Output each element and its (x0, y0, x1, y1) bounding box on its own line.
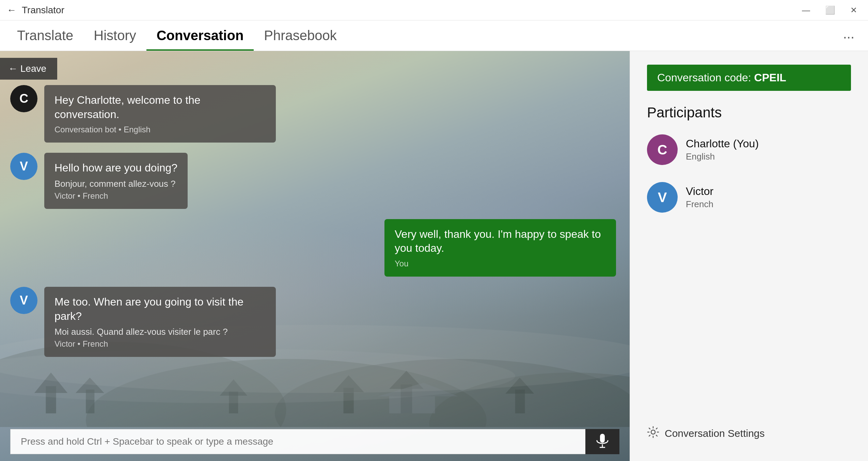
more-options-button[interactable]: ··· (836, 26, 861, 51)
bubble-sub-text: Moi aussi. Quand allez-vous visiter le p… (54, 327, 266, 337)
svg-point-23 (651, 430, 655, 434)
participant-name: Victor (686, 185, 713, 198)
message-bubble: Hello how are you doing? Bonjour, commen… (44, 153, 188, 209)
avatar: V (10, 153, 37, 180)
participants-title: Participants (647, 104, 851, 121)
back-button[interactable]: ← (7, 5, 16, 16)
participant-item: C Charlotte (You) English (647, 131, 851, 168)
message-row: V Hello how are you doing? Bonjour, comm… (10, 153, 616, 209)
microphone-icon (596, 433, 609, 450)
avatar: V (10, 287, 37, 314)
titlebar: ← Translator — ⬜ ✕ (0, 0, 868, 20)
nav-tabs: Translate History Conversation Phraseboo… (0, 20, 868, 51)
bubble-meta-text: Conversation bot • English (54, 125, 266, 134)
bubble-sub-text: Bonjour, comment allez-vous ? (54, 179, 177, 189)
gear-icon (647, 426, 659, 441)
message-input[interactable] (10, 429, 585, 454)
message-row: V Me too. When are you going to visit th… (10, 287, 616, 357)
conv-code-value: CPEIL (754, 71, 786, 84)
bubble-main-text: Very well, thank you. I'm happy to speak… (395, 227, 606, 256)
sidebar: Conversation code: CPEIL Participants C … (630, 51, 868, 461)
close-button[interactable]: ✕ (846, 4, 861, 16)
message-bubble: Hey Charlotte, welcome to the conversati… (44, 85, 276, 143)
settings-label: Conversation Settings (665, 428, 765, 439)
bubble-meta-text: You (395, 259, 606, 268)
window-controls: — ⬜ ✕ (798, 4, 861, 16)
minimize-button[interactable]: — (798, 4, 814, 16)
bubble-meta-text: Victor • French (54, 191, 177, 201)
bubble-main-text: Hey Charlotte, welcome to the conversati… (54, 93, 266, 121)
tab-phrasebook[interactable]: Phrasebook (254, 24, 347, 51)
message-row: Very well, thank you. I'm happy to speak… (10, 219, 616, 277)
messages-area[interactable]: C Hey Charlotte, welcome to the conversa… (0, 78, 630, 420)
tab-history[interactable]: History (83, 24, 146, 51)
participant-info: Victor French (686, 185, 713, 210)
app-title: Translator (22, 5, 64, 16)
leave-button[interactable]: ← Leave (0, 58, 57, 80)
titlebar-left: ← Translator (7, 5, 64, 16)
participant-avatar: C (647, 134, 678, 165)
microphone-button[interactable] (585, 429, 619, 454)
participant-info: Charlotte (You) English (686, 137, 759, 162)
participant-avatar: V (647, 182, 678, 213)
conv-code-label: Conversation code: (657, 71, 754, 84)
input-area (10, 429, 619, 454)
tab-translate[interactable]: Translate (7, 24, 83, 51)
maximize-button[interactable]: ⬜ (821, 4, 839, 16)
message-row: C Hey Charlotte, welcome to the conversa… (10, 85, 616, 143)
participant-item: V Victor French (647, 179, 851, 216)
participant-language: English (686, 151, 759, 162)
bubble-meta-text: Victor • French (54, 339, 266, 349)
message-bubble: Me too. When are you going to visit the … (44, 287, 276, 357)
nav-tabs-list: Translate History Conversation Phraseboo… (7, 24, 347, 51)
message-bubble: Very well, thank you. I'm happy to speak… (384, 219, 616, 277)
conversation-settings-link[interactable]: Conversation Settings (647, 419, 851, 447)
participant-language: French (686, 199, 713, 210)
svg-rect-20 (600, 434, 605, 443)
conversation-code-banner: Conversation code: CPEIL (647, 65, 851, 91)
bubble-main-text: Me too. When are you going to visit the … (54, 295, 266, 323)
conversation-panel: ← Leave C Hey Charlotte, welcome to the … (0, 51, 630, 461)
bubble-main-text: Hello how are you doing? (54, 161, 177, 175)
tab-conversation[interactable]: Conversation (146, 24, 254, 51)
settings-gear-icon (647, 426, 659, 438)
main-content: ← Leave C Hey Charlotte, welcome to the … (0, 51, 868, 461)
participant-name: Charlotte (You) (686, 137, 759, 150)
avatar: C (10, 85, 37, 112)
